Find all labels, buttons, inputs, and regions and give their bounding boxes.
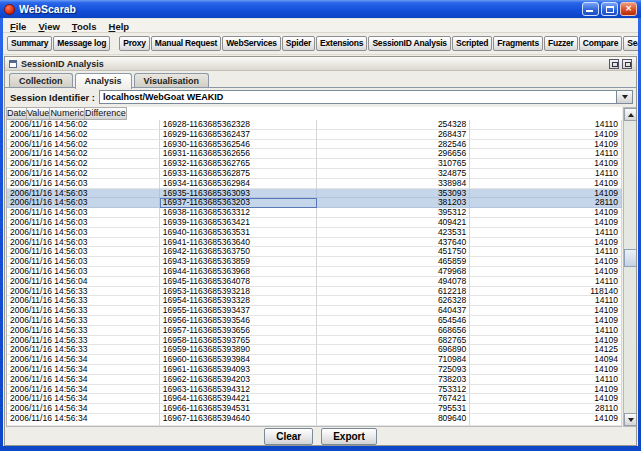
table-row[interactable]: 2006/11/16 14:56:04 16945-1163685364078 … <box>7 277 622 287</box>
toolbar-button[interactable]: Scripted <box>452 36 492 51</box>
toolbar-button[interactable]: Message log <box>53 36 110 51</box>
table-row[interactable]: 2006/11/16 14:56:03 16941-1163685363640 … <box>7 238 622 248</box>
session-identifier-combobox[interactable]: localhost/WebGoat WEAKID <box>99 90 633 104</box>
cell-date: 2006/11/16 14:56:03 <box>7 179 160 189</box>
cell-numeric: 310765 <box>317 159 471 169</box>
cell-date: 2006/11/16 14:56:02 <box>7 120 160 130</box>
cell-difference: 14109 <box>470 414 622 422</box>
minimize-button[interactable] <box>582 2 599 16</box>
cell-value: 16935-1163685363093 <box>160 189 317 199</box>
cell-date: 2006/11/16 14:56:02 <box>7 159 160 169</box>
table-row[interactable]: 2006/11/16 14:56:34 16963-1163685394312 … <box>7 385 622 395</box>
combobox-dropdown-button[interactable] <box>616 91 632 103</box>
table-row[interactable]: 2006/11/16 14:56:02 16928-1163685362328 … <box>7 120 622 130</box>
cell-value: 16961-1163685394093 <box>160 365 317 375</box>
table-row[interactable]: 2006/11/16 14:56:34 16967-1163685394640 … <box>7 414 622 422</box>
scrollbar-thumb[interactable] <box>624 249 637 267</box>
cell-numeric: 338984 <box>317 179 471 189</box>
table-row[interactable]: 2006/11/16 14:56:03 16943-1163685363859 … <box>7 257 622 267</box>
maximize-icon <box>606 6 614 13</box>
cell-date: 2006/11/16 14:56:03 <box>7 267 160 277</box>
scroll-down-button[interactable] <box>624 413 637 426</box>
scroll-up-button[interactable] <box>624 108 637 121</box>
cell-date: 2006/11/16 14:56:03 <box>7 189 160 199</box>
menu-item[interactable]: Help <box>109 21 130 32</box>
internal-frame-restore-button[interactable] <box>609 59 619 69</box>
table-row[interactable]: 2006/11/16 14:56:34 16966-1163685394531 … <box>7 404 622 414</box>
cell-numeric: 725093 <box>317 365 471 375</box>
table-row[interactable]: 2006/11/16 14:56:02 16933-1163685362875 … <box>7 169 622 179</box>
vertical-scrollbar[interactable] <box>623 107 637 427</box>
column-header[interactable]: Value <box>27 107 50 120</box>
table-row[interactable]: 2006/11/16 14:56:02 16930-1163685362546 … <box>7 140 622 150</box>
table-row[interactable]: 2006/11/16 14:56:03 16937-1163685363203 … <box>7 198 622 208</box>
toolbar-button[interactable]: Compare <box>579 36 622 51</box>
cell-difference: 28110 <box>470 198 622 208</box>
cell-difference: 14110 <box>470 375 622 385</box>
close-button[interactable] <box>620 2 637 16</box>
table-row[interactable]: 2006/11/16 14:56:34 16962-1163685394203 … <box>7 375 622 385</box>
cell-difference: 14110 <box>470 277 622 287</box>
toolbar-button[interactable]: Proxy <box>119 36 150 51</box>
maximize-button[interactable] <box>601 2 618 16</box>
toolbar-button[interactable]: Fuzzer <box>544 36 578 51</box>
table-row[interactable]: 2006/11/16 14:56:03 16944-1163685363968 … <box>7 267 622 277</box>
table-row[interactable]: 2006/11/16 14:56:33 16958-1163685393765 … <box>7 336 622 346</box>
footer-button[interactable]: Clear <box>264 428 313 445</box>
table-row[interactable]: 2006/11/16 14:56:03 16942-1163685363750 … <box>7 247 622 257</box>
toolbar-button[interactable]: WebServices <box>222 36 281 51</box>
cell-numeric: 395312 <box>317 208 471 218</box>
table-row[interactable]: 2006/11/16 14:56:33 16954-1163685393328 … <box>7 296 622 306</box>
table-row[interactable]: 2006/11/16 14:56:34 16960-1163685393984 … <box>7 355 622 365</box>
table-row[interactable]: 2006/11/16 14:56:03 16938-1163685363312 … <box>7 208 622 218</box>
cell-date: 2006/11/16 14:56:33 <box>7 345 160 355</box>
footer-button[interactable]: Export <box>321 428 377 445</box>
table-row[interactable]: 2006/11/16 14:56:33 16953-1163685393218 … <box>7 287 622 297</box>
cell-difference: 14110 <box>470 228 622 238</box>
table-row[interactable]: 2006/11/16 14:56:03 16940-1163685363531 … <box>7 228 622 238</box>
menu-item[interactable]: Tools <box>72 21 97 32</box>
cell-numeric: 640437 <box>317 306 471 316</box>
table-row[interactable]: 2006/11/16 14:56:33 16955-1163685393437 … <box>7 306 622 316</box>
cell-difference: 14109 <box>470 257 622 267</box>
cell-numeric: 696890 <box>317 345 471 355</box>
table-row[interactable]: 2006/11/16 14:56:02 16932-1163685362765 … <box>7 159 622 169</box>
table-row[interactable]: 2006/11/16 14:56:33 16957-1163685393656 … <box>7 326 622 336</box>
menu-item[interactable]: File <box>10 21 26 32</box>
toolbar-button[interactable]: Extensions <box>316 36 367 51</box>
table-row[interactable]: 2006/11/16 14:56:03 16935-1163685363093 … <box>7 189 622 199</box>
toolbar-button[interactable]: Manual Request <box>151 36 221 51</box>
cell-difference: 14109 <box>470 306 622 316</box>
table-row[interactable]: 2006/11/16 14:56:03 16939-1163685363421 … <box>7 218 622 228</box>
scrollbar-track[interactable] <box>624 121 637 413</box>
toolbar-button[interactable]: Spider <box>282 36 315 51</box>
table-row[interactable]: 2006/11/16 14:56:03 16934-1163685362984 … <box>7 179 622 189</box>
table-row[interactable]: 2006/11/16 14:56:02 16929-1163685362437 … <box>7 130 622 140</box>
table-row[interactable]: 2006/11/16 14:56:33 16956-1163685393546 … <box>7 316 622 326</box>
table-row[interactable]: 2006/11/16 14:56:02 16931-1163685362656 … <box>7 149 622 159</box>
cell-numeric: 795531 <box>317 404 471 414</box>
cell-difference: 14125 <box>470 345 622 355</box>
toolbar-button[interactable]: Summary <box>7 36 52 51</box>
cell-date: 2006/11/16 14:56:34 <box>7 394 160 404</box>
cell-numeric: 479968 <box>317 267 471 277</box>
internal-frame-maximize-button[interactable] <box>622 59 632 69</box>
cell-numeric: 423531 <box>317 228 471 238</box>
cell-date: 2006/11/16 14:56:02 <box>7 130 160 140</box>
table-row[interactable]: 2006/11/16 14:56:34 16964-1163685394421 … <box>7 394 622 404</box>
toolbar-button[interactable]: Search <box>623 36 638 51</box>
webscarab-window: WebScarab File View Tools Help Summary M… <box>0 0 641 451</box>
table-row[interactable]: 2006/11/16 14:56:34 16961-1163685394093 … <box>7 365 622 375</box>
tab[interactable]: Visualisation <box>134 73 209 88</box>
tab[interactable]: Collection <box>9 73 73 88</box>
cell-date: 2006/11/16 14:56:04 <box>7 277 160 287</box>
cell-date: 2006/11/16 14:56:03 <box>7 228 160 238</box>
toolbar-button[interactable]: SessionID Analysis <box>368 36 451 51</box>
menu-item[interactable]: View <box>38 21 59 32</box>
tab[interactable]: Analysis <box>75 73 132 89</box>
column-header[interactable]: Numeric <box>50 107 85 120</box>
column-header[interactable]: Difference <box>85 107 127 120</box>
toolbar-button[interactable]: Fragments <box>493 36 543 51</box>
column-header[interactable]: Date <box>7 107 27 120</box>
table-row[interactable]: 2006/11/16 14:56:33 16959-1163685393890 … <box>7 345 622 355</box>
